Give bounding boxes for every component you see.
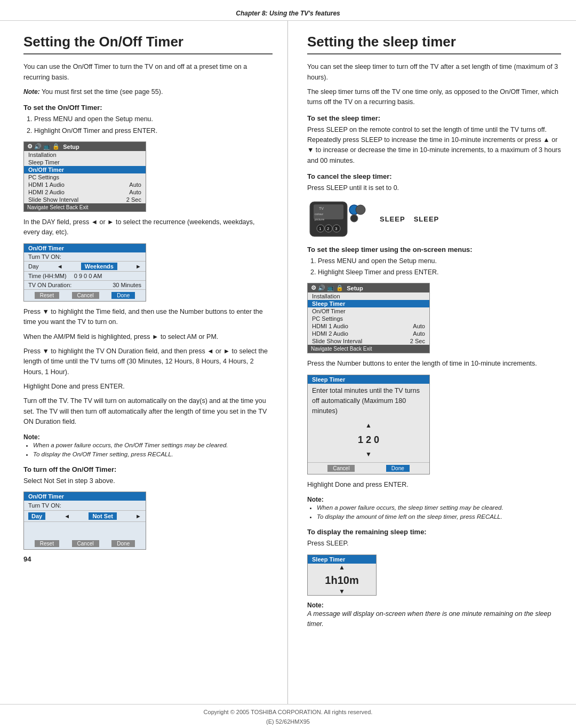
sleep-timer-box: Sleep Timer Enter total minutes until th…	[307, 375, 430, 474]
left-step7: Highlight Done and press ENTER.	[23, 382, 273, 392]
timer-left-arrow: ◄	[57, 263, 63, 270]
svg-text:1: 1	[319, 226, 322, 231]
left-step1-1: Press MENU and open the Setup menu.	[34, 114, 273, 124]
right-subsection4-title: To display the remaining sleep time:	[307, 528, 561, 536]
sleep-display-arrow-down	[308, 588, 376, 595]
sleep-display-header: Sleep Timer	[308, 555, 376, 564]
right-section-title: Setting the sleep timer	[307, 34, 561, 54]
timer-time-value: 0 9 0 0 AM	[74, 273, 102, 279]
svg-text:TV: TV	[319, 207, 324, 210]
timer-cancel-btn[interactable]: Cancel	[72, 292, 99, 299]
note-list-2: When a power failure occurs, the sleep t…	[317, 503, 561, 522]
not-set-cancel-btn[interactable]: Cancel	[72, 540, 99, 547]
note-intro-text: You must first set the time (see page 55…	[42, 88, 163, 96]
svg-text:picture: picture	[315, 218, 325, 221]
sleep-display-value: 1h10m	[308, 571, 376, 588]
sleep-arrow-down-icon	[365, 450, 372, 459]
menu2-pair-hdmi2-value: Auto	[413, 330, 425, 337]
timer-done-btn[interactable]: Done	[111, 292, 135, 299]
note-item-1-2: To display the On/Off Timer setting, pre…	[33, 450, 273, 459]
sleep-display-arrow-up	[308, 564, 376, 571]
menu-pair-hdmi2: HDMI 2 Audio Auto	[24, 188, 146, 196]
sleep-box-body: Enter total minutes until the TV turns o…	[308, 384, 429, 462]
left-note-section: Note: When a power failure occurs, the O…	[23, 433, 273, 460]
right-subsection3-title: To set the sleep timer using the on-scre…	[307, 246, 561, 254]
menu-pair-hdmi1: HDMI 1 Audio Auto	[24, 181, 146, 188]
timer-day-row: Day ◄ Weekends ►	[24, 262, 146, 272]
menu-pair-slide-value: 2 Sec	[126, 196, 141, 203]
menu-item-onoff[interactable]: On/Off Timer	[24, 166, 146, 173]
sleep-box-buttons: Cancel Done	[308, 462, 429, 474]
not-set-left-arrow: ◄	[64, 513, 70, 519]
timer-time-label: Time (HH:MM)	[28, 273, 67, 279]
right-intro-p2: The sleep timer turns off the TV one tim…	[307, 87, 561, 108]
timer-reset-btn[interactable]: Reset	[35, 292, 59, 299]
menu2-pair-slide-value: 2 Sec	[410, 338, 425, 344]
two-column-layout: Setting the On/Off Timer You can use the…	[0, 21, 576, 704]
menu-footer-1: Navigate Select Back Exit	[24, 203, 146, 211]
sleep-arrow-up-icon	[365, 421, 372, 430]
menu-pair-slide-label: Slide Show Interval	[28, 196, 78, 203]
right-intro-p1: You can set the sleep timer to turn off …	[307, 62, 561, 83]
left-step5: When the AM/PM field is highlighted, pre…	[23, 332, 273, 342]
svg-point-13	[350, 215, 358, 222]
not-set-spacer	[24, 522, 146, 538]
menu-pair-hdmi1-value: Auto	[129, 181, 141, 188]
not-set-timer-box: On/Off Timer Turn TV ON: Day ◄ Not Set ►…	[23, 492, 146, 550]
left-step8: Turn off the TV. The TV will turn on aut…	[23, 396, 273, 427]
menu-icon-1: ⚙	[27, 143, 33, 149]
sleep-done-btn[interactable]: Done	[386, 465, 410, 472]
menu-footer-2: Navigate Select Back Exit	[308, 345, 429, 353]
right-subsection1-title: To set the sleep timer:	[307, 114, 561, 122]
menu-icon-2-3: 📺	[327, 284, 334, 291]
left-step6: Press ▼ to highlight the TV ON Duration …	[23, 346, 273, 377]
menu2-pair-hdmi2-label: HDMI 2 Audio	[312, 330, 348, 337]
menu-item-sleep: Sleep Timer	[24, 159, 146, 166]
page-number: 94	[23, 555, 273, 563]
final-note-label: Note:	[307, 602, 324, 609]
note-item-2-2: To display the amount of time left on th…	[317, 512, 561, 521]
menu2-item-pc: PC Settings	[308, 315, 429, 322]
sleep-value: 1 2 0	[312, 431, 425, 449]
right-steps2-list: Press MENU and open the Setup menu. High…	[318, 256, 561, 278]
menu2-pair-hdmi1-label: HDMI 1 Audio	[312, 323, 348, 329]
left-section-body: You can use the On/Off Timer to turn the…	[23, 62, 273, 563]
menu-icon-3: 📺	[43, 143, 51, 149]
sleep-box-body-text: Enter total minutes until the TV turns o…	[312, 386, 425, 417]
chapter-header: Chapter 8: Using the TV's features	[0, 0, 576, 21]
sleep-display-up-icon	[339, 564, 345, 571]
final-note-body: A message will display on-screen when th…	[307, 609, 561, 630]
footer-model: (E) 52/62HMX95	[0, 717, 576, 728]
svg-text:3: 3	[335, 226, 338, 231]
sleep-cancel-btn[interactable]: Cancel	[327, 465, 355, 472]
left-subsection2-title: To turn off the On/Off Timer:	[23, 465, 273, 473]
left-subsection2-body: Select Not Set in step 3 above.	[23, 476, 273, 486]
not-set-done-btn[interactable]: Done	[111, 540, 135, 547]
menu2-pair-hdmi1-value: Auto	[413, 323, 425, 329]
menu2-footer-text: Navigate Select Back Exit	[311, 346, 372, 352]
menu2-header-label: Setup	[347, 285, 363, 291]
chapter-header-text: Chapter 8: Using the TV's features	[236, 10, 340, 17]
left-section-title: Setting the On/Off Timer	[23, 34, 273, 54]
left-step1-2: Highlight On/Off Timer and press ENTER.	[34, 126, 273, 136]
right-subsection2-body: Press SLEEP until it is set to 0.	[307, 183, 561, 193]
timer-day-label: Day	[28, 263, 39, 270]
timer-buttons-1: Reset Cancel Done	[24, 290, 146, 301]
not-set-day-label: Day	[28, 512, 45, 520]
note-bold-label: Note:	[23, 88, 40, 96]
timer-turn-tv-on-row: Turn TV ON:	[24, 252, 146, 262]
not-set-reset-btn[interactable]: Reset	[35, 540, 59, 547]
remote-illustration: TV colour picture 1 2 3	[307, 199, 561, 239]
footer-copyright: Copyright © 2005 TOSHIBA CORPORATION. Al…	[0, 704, 576, 717]
note-item-2-1: When a power failure occurs, the sleep t…	[317, 503, 561, 512]
left-column: Setting the On/Off Timer You can use the…	[0, 21, 288, 704]
remote-svg: TV colour picture 1 2 3	[307, 199, 371, 239]
menu2-item-sleep[interactable]: Sleep Timer	[308, 300, 429, 307]
sleep-up-arrow	[312, 421, 425, 430]
menu-icon-2: 🔊	[34, 143, 42, 149]
menu-item-pc: PC Settings	[24, 173, 146, 181]
timer-header-1: On/Off Timer	[24, 244, 146, 252]
timer-right-arrow: ►	[135, 263, 141, 270]
not-set-turn-row: Turn TV ON:	[24, 501, 146, 511]
timer-time-row: Time (HH:MM) 0 9 0 0 AM	[24, 272, 146, 281]
